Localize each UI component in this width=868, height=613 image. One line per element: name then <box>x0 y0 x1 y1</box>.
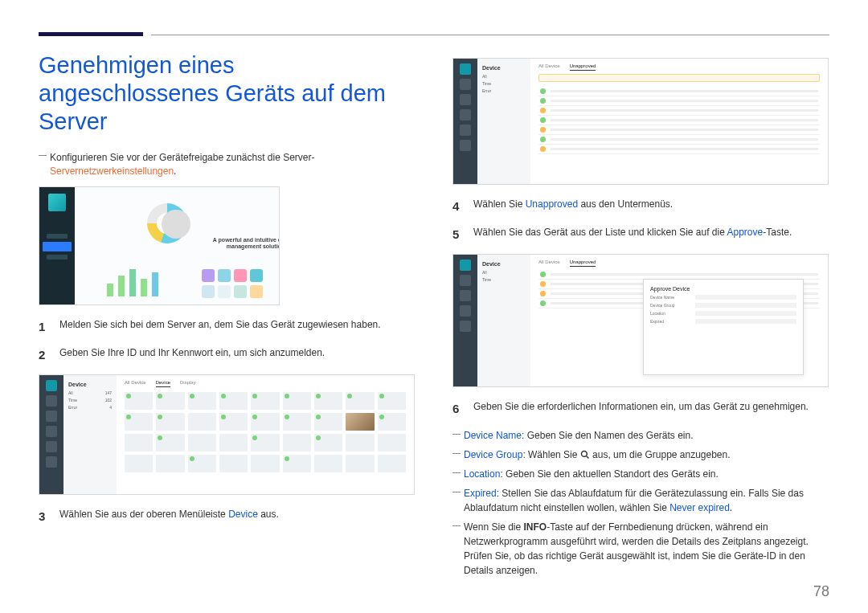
approve-modal: Approve Device Device Name Device Group … <box>643 279 804 375</box>
info-bold: INFO <box>524 521 547 533</box>
ss-left-panel: Device All Time Error <box>477 59 530 184</box>
ss-nav-item <box>47 255 68 260</box>
ss-caption: A powerful and intuitive content managem… <box>203 237 280 249</box>
step-text: Geben Sie die erforderlichen Information… <box>473 400 829 417</box>
svg-line-1 <box>586 456 588 459</box>
header-divider <box>151 35 829 35</box>
server-settings-link[interactable]: Servernetzwerkeinstellungen <box>50 166 174 177</box>
text: Wenn Sie die <box>464 521 524 533</box>
expired-term: Expired <box>464 488 497 499</box>
step-2: 2 Geben Sie Ihre ID und Ihr Kennwort ein… <box>39 346 416 363</box>
ss-nav <box>453 255 477 386</box>
device-name-term: Device Name <box>464 430 522 441</box>
step-5: 5 Wählen Sie das Gerät aus der Liste und… <box>452 226 829 243</box>
text: aus den Untermenüs. <box>578 198 673 210</box>
bullet-info: Wenn Sie die INFO-Taste auf der Fernbedi… <box>452 520 829 578</box>
step-number: 4 <box>452 198 464 215</box>
text: Wählen Sie aus der oberen Menüleiste <box>59 509 228 520</box>
ss-left-panel: Device All147 Time102 Error4 <box>63 375 117 494</box>
search-icon <box>580 450 590 460</box>
device-list <box>538 87 820 154</box>
text: Wählen Sie das Gerät aus der Liste und k… <box>473 227 727 238</box>
logo-icon <box>460 260 471 271</box>
ss-nav-item-active <box>43 242 72 251</box>
step-6: 6 Geben Sie die erforderlichen Informati… <box>452 400 829 417</box>
never-expired-link: Never expired <box>669 502 730 513</box>
bar-chart-icon <box>107 264 158 296</box>
logo-icon <box>460 63 471 75</box>
bullet-expired: Expired: Stellen Sie das Ablaufdatum für… <box>452 486 829 515</box>
unapproved-term: Unapproved <box>526 198 578 210</box>
bullet-location: Location: Geben Sie den aktuellen Stando… <box>452 467 829 481</box>
ss-nav-item <box>47 234 68 239</box>
step-number: 3 <box>39 508 50 525</box>
screenshot-approve-dialog: Device All Time All DeviceUnapproved <box>452 254 829 387</box>
right-column: Device All Time Error All DeviceUnapprov… <box>452 51 829 578</box>
text: aus, um die Gruppe anzugeben. <box>590 449 731 460</box>
text: . <box>730 502 732 513</box>
step-text: Melden Sie sich bei dem Server an, dem S… <box>59 318 416 335</box>
ss-main: All DeviceUnapproved Approve Device Devi… <box>530 255 828 386</box>
step-text: Wählen Sie das Gerät aus der Liste und k… <box>473 226 829 243</box>
step-number: 6 <box>452 400 464 417</box>
bullet-device-group: Device Group: Wählen Sie aus, um die Gru… <box>452 447 829 462</box>
location-term: Location <box>464 468 500 480</box>
content-columns: Genehmigen eines angeschlossenes Geräts … <box>39 51 829 578</box>
svg-point-0 <box>581 452 587 457</box>
screenshot-unapproved-list: Device All Time Error All DeviceUnapprov… <box>452 58 829 185</box>
left-column: Genehmigen eines angeschlossenes Geräts … <box>39 51 416 578</box>
step-number: 2 <box>39 346 50 363</box>
page-title: Genehmigen eines angeschlossenes Geräts … <box>39 51 416 135</box>
step-text: Wählen Sie Unapproved aus den Untermenüs… <box>473 198 829 215</box>
screenshot-login: A powerful and intuitive content managem… <box>39 186 280 305</box>
note-suffix: . <box>174 166 176 177</box>
ss-tabs: All DeviceUnapproved <box>538 260 820 267</box>
step-text: Wählen Sie aus der oberen Menüleiste Dev… <box>59 508 416 525</box>
logo-icon <box>46 380 57 391</box>
ss-sidebar <box>39 187 75 304</box>
tile-grid-icon <box>202 269 263 298</box>
text: : Stellen Sie das Ablaufdatum für die Ge… <box>464 488 804 513</box>
text: aus. <box>258 509 279 520</box>
ss-tabs: All DeviceUnapproved <box>538 63 820 71</box>
step-number: 1 <box>39 318 50 335</box>
device-group-term: Device Group <box>464 449 522 460</box>
device-label: Device <box>482 261 526 267</box>
header-accent-bar <box>39 32 143 36</box>
step-number: 5 <box>452 226 464 243</box>
note-prefix: Konfigurieren Sie vor der Gerätefreigabe… <box>50 152 315 163</box>
device-term: Device <box>228 509 258 520</box>
page-number: 78 <box>813 583 829 600</box>
ss-main: All DeviceDeviceDisplay <box>117 375 414 494</box>
text: Wählen Sie <box>473 198 526 210</box>
bullet-device-name: Device Name: Geben Sie den Namen des Ger… <box>452 428 829 443</box>
ss-nav <box>453 59 477 184</box>
step-4: 4 Wählen Sie Unapproved aus den Untermen… <box>452 198 829 215</box>
step-3: 3 Wählen Sie aus der oberen Menüleiste D… <box>39 508 416 525</box>
ss-left-panel: Device All Time <box>477 255 530 386</box>
step-1: 1 Melden Sie sich bei dem Server an, dem… <box>39 318 416 335</box>
tile-grid <box>125 392 406 472</box>
alert-bar <box>538 74 820 82</box>
step-text: Geben Sie Ihre ID und Ihr Kennwort ein, … <box>59 346 416 363</box>
text: : Geben Sie den Namen des Geräts ein. <box>522 430 693 441</box>
tab-device: Device <box>156 380 170 387</box>
ss-nav <box>39 375 63 494</box>
ss-main: All DeviceUnapproved <box>530 59 828 184</box>
avatar-icon <box>162 210 190 239</box>
approve-term: Approve <box>727 227 764 238</box>
device-label: Device <box>68 382 112 387</box>
screenshot-device-grid: Device All147 Time102 Error4 All DeviceD… <box>39 374 415 495</box>
text: : Geben Sie den aktuellen Standort des G… <box>500 468 719 480</box>
device-label: Device <box>482 65 526 71</box>
config-note: Konfigurieren Sie vor der Gerätefreigabe… <box>39 151 416 178</box>
ss-tabs: All DeviceDeviceDisplay <box>125 380 406 387</box>
modal-title: Approve Device <box>650 286 796 292</box>
text: : Wählen Sie <box>522 449 579 460</box>
logo-icon <box>48 194 66 211</box>
text: -Taste. <box>763 227 792 238</box>
